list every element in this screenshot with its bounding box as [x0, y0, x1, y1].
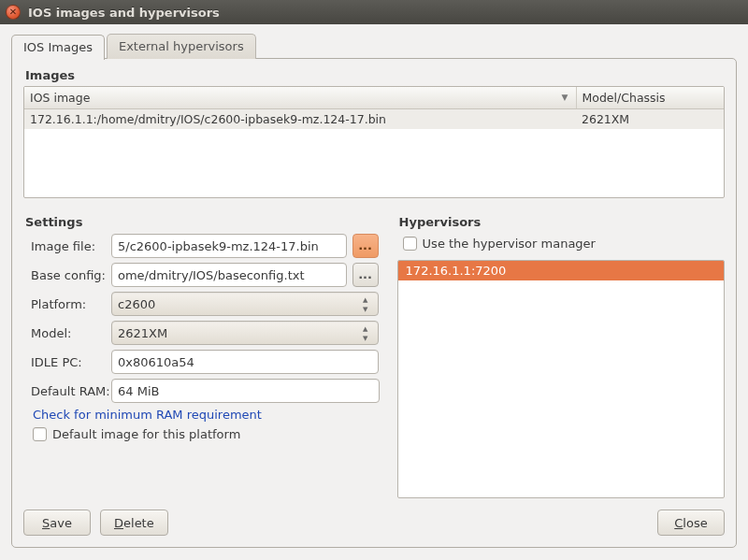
default-image-label: Default image for this platform — [52, 427, 240, 441]
col-header-model-chassis[interactable]: Model/Chassis — [576, 87, 724, 109]
hypervisor-list[interactable]: 172.16.1.1:7200 — [397, 260, 725, 498]
image-file-browse-button[interactable]: ... — [352, 234, 379, 258]
image-file-label: Image file: — [23, 239, 111, 253]
tab-pane-ios-images: Images IOS image ▼ Model/Chassis 172.16.… — [11, 58, 737, 548]
list-item[interactable]: 172.16.1.1:7200 — [398, 261, 724, 280]
delete-button[interactable]: Delete — [100, 510, 168, 536]
hypervisors-section-title: Hypervisors — [399, 215, 725, 229]
chevron-updown-icon: ▲▼ — [359, 296, 372, 313]
close-window-icon[interactable]: ✕ — [6, 5, 21, 20]
base-config-label: Base config: — [23, 268, 111, 282]
default-image-checkbox[interactable] — [33, 427, 47, 441]
model-combo[interactable]: 2621XM ▲▼ — [111, 321, 379, 345]
cell-image: 172.16.1.1:/home/dmitry/IOS/c2600-ipbase… — [24, 109, 576, 130]
ram-check-link[interactable]: Check for minimum RAM requirement — [33, 408, 379, 422]
tab-external-hypervisors[interactable]: External hypervisors — [107, 34, 256, 59]
window-titlebar: ✕ IOS images and hypervisors — [0, 0, 748, 24]
sort-indicator-icon: ▼ — [562, 93, 568, 102]
images-table[interactable]: IOS image ▼ Model/Chassis 172.16.1.1:/ho… — [23, 86, 725, 198]
base-config-browse-button[interactable]: ... — [352, 263, 379, 287]
close-button[interactable]: Close — [657, 510, 725, 536]
table-row[interactable]: 172.16.1.1:/home/dmitry/IOS/c2600-ipbase… — [24, 109, 724, 130]
col-header-ios-image[interactable]: IOS image ▼ — [24, 87, 576, 109]
idle-pc-input[interactable] — [111, 350, 379, 374]
settings-section-title: Settings — [25, 215, 379, 229]
base-config-input[interactable] — [111, 263, 347, 287]
use-hypervisor-manager-label: Use the hypervisor manager — [423, 237, 596, 251]
tab-ios-images[interactable]: IOS Images — [11, 35, 105, 60]
images-section-title: Images — [25, 68, 725, 82]
image-file-input[interactable] — [111, 234, 347, 258]
model-label: Model: — [23, 326, 111, 340]
window-title: IOS images and hypervisors — [28, 6, 220, 20]
chevron-updown-icon: ▲▼ — [359, 325, 372, 342]
save-button[interactable]: Save — [23, 510, 91, 536]
use-hypervisor-manager-checkbox[interactable] — [403, 237, 417, 251]
idle-pc-label: IDLE PC: — [23, 355, 111, 369]
platform-combo[interactable]: c2600 ▲▼ — [111, 292, 379, 316]
platform-label: Platform: — [23, 297, 111, 311]
default-ram-label: Default RAM: — [23, 384, 111, 398]
cell-model: 2621XM — [576, 109, 724, 130]
default-ram-spin[interactable] — [111, 379, 380, 403]
